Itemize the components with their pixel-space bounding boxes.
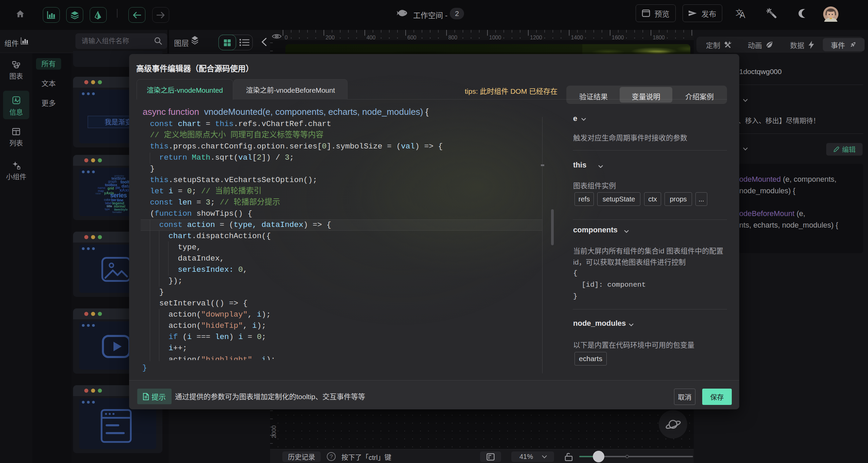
svg-text:grid: grid — [108, 186, 114, 190]
svg-text:800: 800 — [448, 35, 457, 40]
svg-text:series: series — [110, 192, 127, 199]
svg-text:1600: 1600 — [612, 35, 624, 40]
svg-text:color: color — [104, 198, 111, 201]
svg-text:0: 0 — [285, 35, 288, 40]
svg-text:formatter: formatter — [112, 211, 122, 213]
svg-text:type: type — [105, 208, 110, 211]
svg-text:1800: 1800 — [653, 35, 665, 40]
svg-text:1200: 1200 — [530, 35, 542, 40]
svg-text:400: 400 — [367, 35, 376, 40]
svg-text:1000: 1000 — [489, 35, 501, 40]
svg-text:1400: 1400 — [571, 35, 583, 40]
svg-text:radar: radar — [95, 192, 101, 195]
svg-text:200: 200 — [325, 35, 335, 40]
svg-text:600: 600 — [407, 35, 417, 40]
